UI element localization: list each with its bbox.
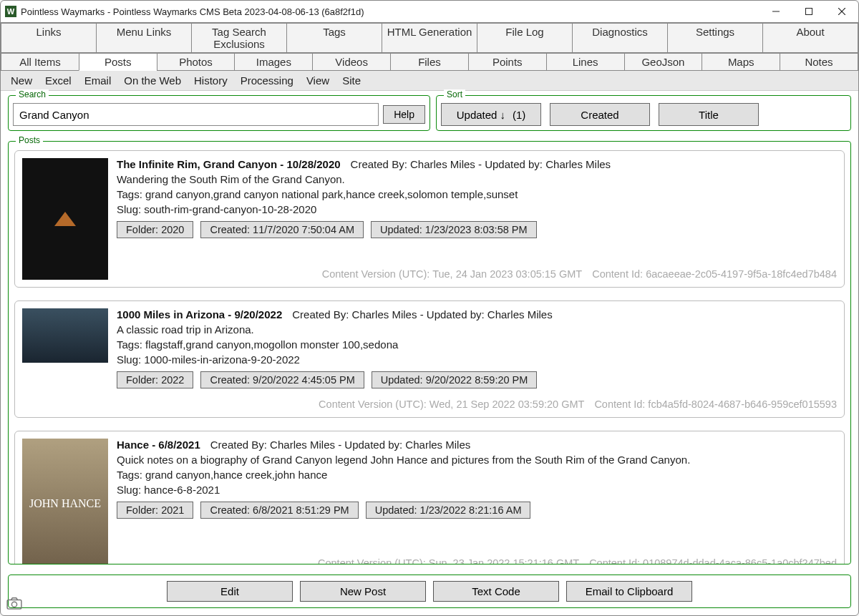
close-button[interactable] — [825, 1, 858, 22]
sort-updated-button[interactable]: Updated↓(1) — [441, 103, 541, 126]
post-slug: Slug: 1000-miles-in-arizona-9-20-2022 — [117, 353, 837, 366]
tab-all-items[interactable]: All Items — [1, 53, 79, 71]
text-code-button[interactable]: Text Code — [433, 581, 559, 602]
folder-chip[interactable]: Folder: 2022 — [117, 371, 193, 388]
filter-row: Search Help Sort Updated↓(1)CreatedTitle — [1, 91, 858, 134]
updated-chip[interactable]: Updated: 9/20/2022 8:59:20 PM — [372, 371, 538, 388]
menu-processing[interactable]: Processing — [241, 74, 293, 87]
post-chip-row: Folder: 2022Created: 9/20/2022 4:45:05 P… — [117, 371, 837, 388]
sort-group: Sort Updated↓(1)CreatedTitle — [436, 95, 851, 131]
tab-posts[interactable]: Posts — [79, 53, 157, 71]
post-summary: Quick notes on a biography of Grand Cany… — [117, 454, 837, 466]
tab-notes[interactable]: Notes — [780, 53, 858, 71]
search-input[interactable] — [13, 103, 379, 126]
post-card[interactable]: The Infinite Rim, Grand Canyon - 10/28/2… — [14, 150, 845, 288]
search-legend: Search — [16, 89, 49, 99]
tab-videos[interactable]: Videos — [312, 53, 391, 71]
edit-button[interactable]: Edit — [167, 581, 293, 602]
menu-new[interactable]: New — [11, 74, 32, 87]
created-chip[interactable]: Created: 9/20/2022 4:45:05 PM — [200, 371, 364, 388]
tab-photos[interactable]: Photos — [157, 53, 236, 71]
tab-settings[interactable]: Settings — [667, 23, 763, 53]
camera-icon — [6, 597, 22, 610]
menu-history[interactable]: History — [194, 74, 228, 87]
tab-lines[interactable]: Lines — [546, 53, 625, 71]
tab-diagnostics[interactable]: Diagnostics — [572, 23, 668, 53]
post-tags: Tags: grand canyon,grand canyon national… — [117, 188, 837, 200]
menu-site[interactable]: Site — [342, 74, 361, 87]
folder-chip[interactable]: Folder: 2021 — [117, 502, 193, 519]
post-content-version: Content Version (UTC): Wed, 21 Sep 2022 … — [319, 399, 584, 410]
post-footer-meta: Content Version (UTC): Tue, 24 Jan 2023 … — [117, 261, 837, 280]
post-title: Hance - 6/8/2021 — [117, 439, 200, 451]
menu-on-the-web[interactable]: On the Web — [124, 74, 181, 87]
minimize-button[interactable] — [759, 1, 792, 22]
sort-title-button[interactable]: Title — [659, 103, 759, 126]
tab-about[interactable]: About — [762, 23, 858, 53]
post-footer-meta: Content Version (UTC): Sun, 23 Jan 2022 … — [117, 550, 837, 564]
post-thumbnail: JOHN HANCE — [22, 439, 108, 564]
post-slug: Slug: south-rim-grand-canyon-10-28-2020 — [117, 203, 837, 215]
sort-created-button[interactable]: Created — [550, 103, 650, 126]
post-list[interactable]: The Infinite Rim, Grand Canyon - 10/28/2… — [9, 142, 850, 564]
tab-tag-search-exclusions[interactable]: Tag Search Exclusions — [191, 23, 287, 53]
tab-tags[interactable]: Tags — [286, 23, 382, 53]
updated-chip[interactable]: Updated: 1/23/2023 8:03:58 PM — [371, 221, 537, 238]
tab-html-generation[interactable]: HTML Generation — [382, 23, 477, 53]
post-card[interactable]: JOHN HANCEHance - 6/8/2021Created By: Ch… — [14, 431, 845, 564]
posts-section: Posts The Infinite Rim, Grand Canyon - 1… — [8, 141, 851, 564]
email-to-clipboard-button[interactable]: Email to Clipboard — [566, 581, 692, 602]
tab-images[interactable]: Images — [234, 53, 313, 71]
tab-file-log[interactable]: File Log — [477, 23, 573, 53]
svg-point-6 — [11, 602, 16, 607]
post-body: The Infinite Rim, Grand Canyon - 10/28/2… — [117, 158, 837, 280]
svg-rect-5 — [7, 600, 21, 610]
post-content-id: Content Id: 6acaeeae-2c05-4197-9f5a-18fc… — [592, 268, 837, 280]
created-chip[interactable]: Created: 11/7/2020 7:50:04 AM — [200, 221, 364, 238]
post-title: 1000 Miles in Arizona - 9/20/2022 — [117, 308, 282, 321]
post-content-id: Content Id: fcb4a5fd-8024-4687-b646-959c… — [594, 399, 837, 410]
bottom-action-bar: EditNew PostText CodeEmail to Clipboard — [8, 575, 851, 608]
updated-chip[interactable]: Updated: 1/23/2022 8:21:16 AM — [366, 502, 531, 519]
folder-chip[interactable]: Folder: 2020 — [117, 221, 193, 238]
post-body: Hance - 6/8/2021Created By: Charles Mile… — [117, 439, 837, 564]
post-slug: Slug: hance-6-8-2021 — [117, 484, 837, 496]
tab-files[interactable]: Files — [390, 53, 469, 71]
tab-row-secondary: All ItemsPostsPhotosImagesVideosFilesPoi… — [1, 53, 858, 71]
menu-excel[interactable]: Excel — [45, 74, 72, 87]
window-title: Pointless Waymarks - Pointless Waymarks … — [21, 6, 759, 17]
tab-menu-links[interactable]: Menu Links — [96, 23, 192, 53]
post-body: 1000 Miles in Arizona - 9/20/2022Created… — [117, 308, 837, 410]
post-content-version: Content Version (UTC): Sun, 23 Jan 2022 … — [318, 557, 579, 564]
post-byline: Created By: Charles Miles - Updated by: … — [351, 158, 611, 170]
sort-arrow-down-icon: ↓ — [500, 109, 505, 121]
app-icon: W — [5, 6, 16, 17]
post-tags: Tags: flagstaff,grand canyon,mogollon mo… — [117, 338, 837, 351]
post-chip-row: Folder: 2020Created: 11/7/2020 7:50:04 A… — [117, 221, 837, 238]
new-post-button[interactable]: New Post — [300, 581, 426, 602]
help-button[interactable]: Help — [383, 105, 425, 124]
post-content-version: Content Version (UTC): Tue, 24 Jan 2023 … — [322, 268, 583, 280]
post-chip-row: Folder: 2021Created: 6/8/2021 8:51:29 PM… — [117, 502, 837, 519]
sort-buttons: Updated↓(1)CreatedTitle — [441, 103, 759, 126]
sort-legend: Sort — [444, 89, 465, 99]
post-byline: Created By: Charles Miles - Updated by: … — [292, 308, 552, 321]
tab-maps[interactable]: Maps — [702, 53, 780, 71]
tab-links[interactable]: Links — [1, 23, 97, 53]
post-summary: A classic road trip in Arizona. — [117, 323, 837, 336]
post-byline: Created By: Charles Miles - Updated by: … — [210, 439, 470, 451]
post-card[interactable]: 1000 Miles in Arizona - 9/20/2022Created… — [14, 300, 845, 418]
app-window: W Pointless Waymarks - Pointless Waymark… — [0, 0, 859, 616]
tab-points[interactable]: Points — [468, 53, 547, 71]
posts-legend: Posts — [16, 135, 43, 145]
tab-geojson[interactable]: GeoJson — [624, 53, 703, 71]
window-controls — [759, 1, 858, 22]
menu-email[interactable]: Email — [84, 74, 112, 87]
maximize-button[interactable] — [792, 1, 825, 22]
created-chip[interactable]: Created: 6/8/2021 8:51:29 PM — [200, 502, 358, 519]
post-title: The Infinite Rim, Grand Canyon - 10/28/2… — [117, 158, 341, 170]
menu-view[interactable]: View — [306, 74, 329, 87]
svg-rect-1 — [806, 9, 812, 15]
post-summary: Wandering the South Rim of the Grand Can… — [117, 173, 837, 185]
post-thumbnail — [22, 308, 108, 363]
